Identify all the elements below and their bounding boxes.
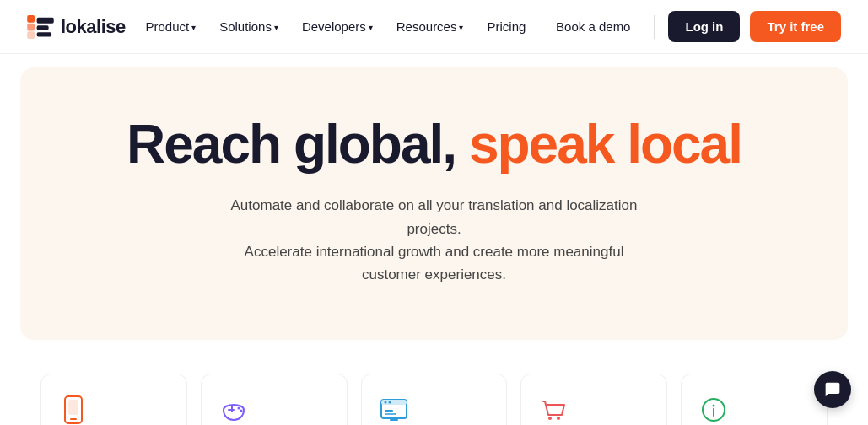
navbar: lokalise Product ▾ Solutions ▾ Developer… [0, 0, 868, 54]
games-icon [218, 395, 249, 425]
svg-rect-8 [68, 400, 78, 415]
try-free-button[interactable]: Try it free [750, 11, 841, 42]
nav-product[interactable]: Product ▾ [135, 14, 206, 39]
svg-point-23 [713, 405, 715, 407]
logo-text: lokalise [61, 16, 126, 38]
svg-rect-5 [37, 32, 52, 36]
svg-rect-1 [27, 23, 35, 30]
svg-rect-7 [70, 418, 77, 420]
nav-pricing[interactable]: Pricing [477, 14, 536, 39]
card-mobile[interactable]: Mobile apps Localize design and UI copy … [40, 374, 187, 425]
svg-point-21 [557, 417, 560, 420]
svg-point-11 [237, 407, 240, 410]
hero-subtitle: Automate and collaborate on all your tra… [215, 194, 654, 286]
nav-links: Product ▾ Solutions ▾ Developers ▾ Resou… [135, 14, 536, 39]
chevron-down-icon: ▾ [274, 23, 278, 32]
svg-point-15 [384, 401, 386, 404]
nav-actions: Book a demo Log in Try it free [546, 11, 841, 42]
logo-icon [27, 15, 54, 39]
card-games[interactable]: Games Localize games for players in ever… [201, 374, 348, 425]
login-button[interactable]: Log in [668, 11, 740, 42]
hero-title: Reach global, speak local [54, 115, 814, 174]
cards-section: ‹ Mobile apps Localize design and UI cop… [0, 353, 868, 425]
svg-rect-0 [27, 15, 35, 23]
nav-resources[interactable]: Resources ▾ [386, 14, 474, 39]
hero-section: Reach global, speak local Automate and c… [20, 67, 848, 340]
software-icon [379, 395, 409, 425]
card-ecommerce[interactable]: Ecommerce Beta Translate the content of … [520, 374, 667, 425]
svg-point-16 [388, 401, 391, 404]
cards-container: Mobile apps Localize design and UI copy … [0, 353, 868, 425]
chat-icon [824, 381, 841, 398]
chevron-down-icon: ▾ [191, 23, 196, 32]
ecommerce-icon [538, 395, 569, 425]
book-demo-button[interactable]: Book a demo [546, 14, 640, 39]
svg-rect-2 [27, 31, 35, 39]
nav-developers[interactable]: Developers ▾ [292, 14, 383, 39]
svg-point-12 [240, 410, 242, 412]
mobile-icon [58, 395, 89, 425]
svg-rect-4 [37, 25, 49, 30]
svg-rect-3 [37, 17, 54, 23]
svg-point-20 [548, 417, 552, 420]
nav-solutions[interactable]: Solutions ▾ [209, 14, 288, 39]
chat-button[interactable] [814, 371, 851, 408]
card-documentation[interactable]: Documentation Translate guides and FAQs … [681, 374, 828, 425]
nav-divider [654, 15, 655, 39]
docs-icon [698, 395, 729, 425]
svg-rect-10 [228, 409, 235, 411]
logo[interactable]: lokalise [27, 15, 126, 39]
chevron-down-icon: ▾ [459, 23, 463, 32]
chevron-down-icon: ▾ [369, 23, 373, 32]
card-software[interactable]: Software Translate sites and apps, serve… [361, 374, 508, 425]
